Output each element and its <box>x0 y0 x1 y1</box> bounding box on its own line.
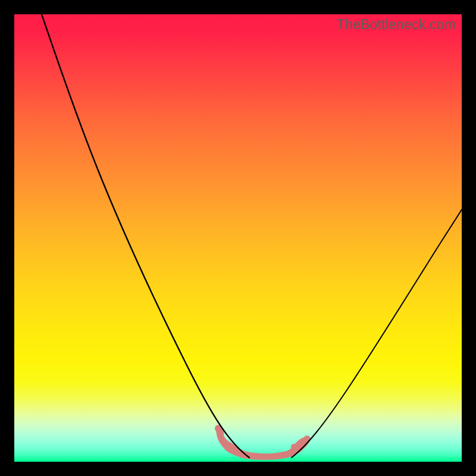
band-cap-right <box>303 436 311 443</box>
right-curve-path <box>292 209 462 458</box>
chart-curves <box>14 14 462 462</box>
left-curve-path <box>42 14 249 458</box>
plot-area: TheBottleneck.com <box>14 14 462 462</box>
chart-frame: TheBottleneck.com <box>0 0 476 476</box>
watermark-text: TheBottleneck.com <box>337 17 456 33</box>
band-bump <box>291 444 297 450</box>
